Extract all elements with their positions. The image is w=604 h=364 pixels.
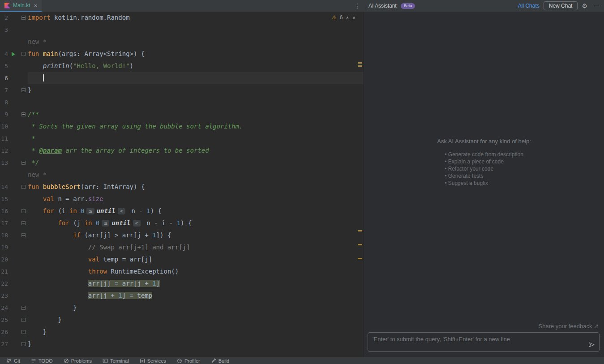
share-feedback-link[interactable]: Share your feedback ↗ (539, 323, 599, 330)
line-number[interactable]: 15 (0, 193, 8, 205)
fold-open-icon[interactable] (21, 112, 26, 116)
code-text[interactable]: arr[j] = arr[j + 1] (28, 278, 364, 290)
code-text[interactable]: new * (28, 36, 364, 48)
statusbar-item-services[interactable]: Services (135, 357, 172, 364)
line-number[interactable]: 6 (0, 72, 8, 84)
code-text[interactable]: throw RuntimeException() (28, 266, 364, 278)
statusbar-item-profiler[interactable]: Profiler (172, 357, 206, 364)
code-text[interactable] (28, 72, 364, 84)
line-number[interactable]: 5 (0, 60, 8, 72)
code-text[interactable]: val temp = arr[j] (28, 253, 364, 266)
code-text[interactable]: } (28, 338, 364, 350)
send-icon[interactable] (588, 341, 595, 348)
fold-open-icon[interactable] (21, 185, 26, 189)
code-hint-line[interactable]: new * (0, 36, 364, 48)
code-line-4[interactable]: 4fun main(args: Array<String>) { (0, 48, 364, 60)
code-line-24[interactable]: 24 } (0, 302, 364, 314)
code-text[interactable]: * @param arr the array of integers to be… (28, 145, 364, 157)
code-text[interactable]: // Swap arr[j+1] and arr[j] (28, 241, 364, 253)
code-line-13[interactable]: 13 */ (0, 157, 364, 169)
previous-warning-icon[interactable]: ∧ (346, 15, 349, 20)
line-number[interactable]: 4 (0, 48, 8, 60)
line-number[interactable] (0, 169, 8, 181)
code-line-8[interactable]: 8 (0, 96, 364, 108)
code-line-16[interactable]: 16 for (i in 0≤until< n - 1) { (0, 205, 364, 217)
new-chat-button[interactable]: New Chat (544, 1, 578, 10)
fold-end-icon[interactable] (21, 88, 26, 92)
code-text[interactable]: val n = arr.size (28, 193, 364, 205)
line-number[interactable]: 2 (0, 12, 8, 24)
line-number[interactable]: 11 (0, 133, 8, 145)
fold-end-icon[interactable] (21, 318, 26, 322)
code-line-6[interactable]: 6 (0, 72, 364, 84)
code-line-12[interactable]: 12 * @param arr the array of integers to… (0, 145, 364, 157)
line-number[interactable]: 27 (0, 338, 8, 350)
line-number[interactable]: 25 (0, 314, 8, 326)
statusbar-item-build[interactable]: Build (206, 357, 236, 364)
code-text[interactable]: } (28, 314, 364, 326)
code-line-27[interactable]: 27} (0, 338, 364, 350)
line-number[interactable]: 12 (0, 145, 8, 157)
line-number[interactable]: 22 (0, 278, 8, 290)
code-hint-line[interactable]: new * (0, 169, 364, 181)
fold-end-icon[interactable] (21, 161, 26, 165)
chat-input[interactable]: 'Enter' to submit the query, 'Shift+Ente… (368, 332, 600, 352)
code-line-18[interactable]: 18 if (arr[j] > arr[j + 1]) { (0, 229, 364, 241)
statusbar-item-git[interactable]: Git (2, 357, 26, 364)
run-main-icon[interactable] (12, 52, 15, 56)
code-text[interactable]: for (i in 0≤until< n - 1) { (28, 205, 364, 217)
editor-options-icon[interactable]: ⋮ (354, 2, 360, 9)
next-warning-icon[interactable]: ∨ (352, 15, 356, 20)
code-line-5[interactable]: 5 println("Hello, World!") (0, 60, 364, 72)
line-number[interactable]: 16 (0, 205, 8, 217)
code-line-21[interactable]: 21 throw RuntimeException() (0, 266, 364, 278)
code-line-11[interactable]: 11 * (0, 133, 364, 145)
code-text[interactable] (28, 96, 364, 108)
code-text[interactable]: * Sorts the given array using the bubble… (28, 120, 364, 133)
line-number[interactable]: 24 (0, 302, 8, 314)
fold-end-icon[interactable] (21, 330, 26, 334)
code-line-14[interactable]: 14fun bubbleSort(arr: IntArray) { (0, 181, 364, 193)
line-number[interactable]: 21 (0, 266, 8, 278)
code-line-17[interactable]: 17 for (j in 0≤until< n - i - 1) { (0, 217, 364, 229)
warning-stripe-mark[interactable] (358, 258, 362, 259)
code-text[interactable]: new * (28, 169, 364, 181)
code-line-2[interactable]: 2import kotlin.random.Random (0, 12, 364, 24)
code-text[interactable]: if (arr[j] > arr[j + 1]) { (28, 229, 364, 241)
inspections-widget[interactable]: ⚠ 6 ∧ ∨ (332, 14, 356, 21)
fold-open-icon[interactable] (21, 52, 26, 56)
line-number[interactable] (0, 36, 8, 48)
line-number[interactable]: 18 (0, 229, 8, 241)
line-number[interactable]: 3 (0, 24, 8, 36)
warning-stripe-mark[interactable] (358, 62, 362, 64)
warning-stripe-mark[interactable] (358, 244, 362, 245)
fold-open-icon[interactable] (21, 209, 26, 213)
code-text[interactable]: import kotlin.random.Random (28, 12, 364, 24)
warning-stripe-mark[interactable] (358, 65, 362, 67)
code-text[interactable]: arr[j + 1] = temp (28, 290, 364, 302)
statusbar-item-todo[interactable]: TODO (26, 357, 59, 364)
code-text[interactable]: */ (28, 157, 364, 169)
line-number[interactable]: 23 (0, 290, 8, 302)
code-line-7[interactable]: 7} (0, 84, 364, 96)
warning-stripe-mark[interactable] (358, 230, 362, 231)
tab-close-icon[interactable]: × (34, 2, 38, 9)
fold-end-icon[interactable] (21, 342, 26, 346)
code-line-23[interactable]: 23 arr[j + 1] = temp (0, 290, 364, 302)
code-line-15[interactable]: 15 val n = arr.size (0, 193, 364, 205)
code-line-26[interactable]: 26 } (0, 326, 364, 338)
line-number[interactable]: 8 (0, 96, 8, 108)
code-text[interactable]: /** (28, 108, 364, 120)
code-editor[interactable]: 2import kotlin.random.Random3new *4fun m… (0, 12, 364, 357)
fold-end-icon[interactable] (21, 306, 26, 310)
code-line-20[interactable]: 20 val temp = arr[j] (0, 253, 364, 266)
gear-icon[interactable]: ⚙ (582, 2, 587, 9)
code-line-3[interactable]: 3 (0, 24, 364, 36)
statusbar-item-problems[interactable]: Problems (59, 357, 98, 364)
code-line-19[interactable]: 19 // Swap arr[j+1] and arr[j] (0, 241, 364, 253)
code-text[interactable]: fun bubbleSort(arr: IntArray) { (28, 181, 364, 193)
line-number[interactable]: 20 (0, 253, 8, 266)
fold-open-icon[interactable] (21, 16, 26, 20)
code-text[interactable]: * (28, 133, 364, 145)
code-text[interactable]: } (28, 302, 364, 314)
